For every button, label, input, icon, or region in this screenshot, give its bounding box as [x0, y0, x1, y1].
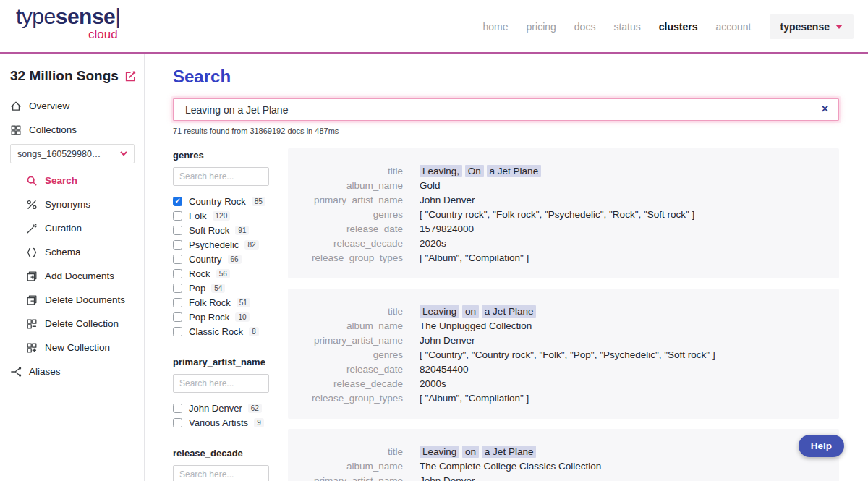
field-value: John Denver	[420, 193, 839, 208]
facet-group-primary_artist_name: primary_artist_nameJohn Denver62Various …	[173, 357, 269, 430]
sidebar-item-add-documents[interactable]: Add Documents	[26, 264, 144, 288]
facet-option[interactable]: Folk120	[173, 208, 269, 223]
sidebar-item-label: Synonyms	[45, 199, 90, 210]
facet-option[interactable]: Rock56	[173, 266, 269, 281]
sidebar-item-overview[interactable]: Overview	[10, 94, 144, 118]
checkbox-icon[interactable]	[173, 327, 182, 336]
sidebar-item-label: Overview	[29, 101, 69, 111]
facet-option-label: John Denver	[189, 403, 242, 414]
sidebar-item-label: New Collection	[45, 342, 110, 353]
field-value: 1579824000	[420, 222, 839, 237]
sidebar-item-collections[interactable]: Collections	[10, 118, 144, 142]
top-nav: homepricingdocsstatusclustersaccount typ…	[483, 0, 854, 54]
clear-search-icon[interactable]: ✕	[821, 103, 829, 114]
checkbox-icon[interactable]	[173, 197, 182, 206]
sidebar: 32 Million Songs OverviewCollections son…	[0, 54, 145, 481]
sidebar-item-curation[interactable]: Curation	[26, 216, 144, 240]
facet-search-input[interactable]	[173, 167, 269, 186]
facet-option-count: 56	[216, 269, 230, 278]
field-label: release_date	[288, 222, 420, 237]
field-label: album_name	[288, 459, 420, 474]
facet-search-input[interactable]	[173, 465, 269, 481]
checkbox-icon[interactable]	[173, 298, 182, 307]
facet-option-count: 51	[237, 298, 250, 307]
facet-option[interactable]: Soft Rock91	[173, 223, 269, 237]
highlighted-match: on	[462, 446, 479, 458]
result-card: titleLeaving on a Jet Planealbum_nameThe…	[288, 429, 839, 481]
facet-option-label: Folk	[189, 210, 207, 221]
checkbox-icon[interactable]	[173, 312, 182, 322]
facet-option[interactable]: Classic Rock8	[173, 324, 269, 339]
facet-option-label: Various Artists	[189, 417, 248, 428]
field-label: release_decade	[288, 237, 420, 251]
checkbox-icon[interactable]	[173, 255, 182, 264]
facet-option-label: Classic Rock	[189, 326, 243, 337]
highlighted-match: a Jet Plane	[482, 305, 537, 318]
result-field-row: primary_artist_nameJohn Denver	[288, 333, 839, 348]
facet-option[interactable]: Psychedelic82	[173, 237, 269, 252]
chevron-down-icon	[120, 151, 127, 156]
nav-item-pricing[interactable]: pricing	[527, 21, 556, 33]
result-field-row: titleLeaving on a Jet Plane	[288, 305, 839, 319]
collection-select-value: songs_160529980…	[17, 149, 101, 159]
facet-option-label: Folk Rock	[189, 297, 231, 308]
facet-option-label: Country	[189, 254, 222, 265]
help-button[interactable]: Help	[799, 435, 844, 457]
facet-option[interactable]: Pop Rock10	[173, 310, 269, 324]
sidebar-item-label: Schema	[45, 247, 81, 257]
result-field-row: primary_artist_nameJohn Denver	[288, 193, 839, 208]
result-field-row: release_date820454400	[288, 362, 839, 377]
nav-item-status[interactable]: status	[613, 21, 640, 33]
facet-option[interactable]: John Denver62	[173, 401, 269, 415]
facet-option-label: Pop Rock	[189, 312, 229, 323]
search-input[interactable]	[173, 98, 839, 121]
edit-icon[interactable]	[124, 70, 137, 82]
facet-option[interactable]: Country Rock85	[173, 194, 269, 208]
result-field-row: release_decade2000s	[288, 377, 839, 391]
nav-item-docs[interactable]: docs	[574, 21, 596, 33]
facet-column: genresCountry Rock85Folk120Soft Rock91Ps…	[173, 144, 269, 481]
sidebar-item-label: Delete Documents	[45, 294, 125, 305]
field-label: primary_artist_name	[288, 474, 420, 481]
checkbox-icon[interactable]	[173, 240, 182, 250]
field-value: The Complete College Classics Collection	[420, 459, 839, 474]
checkbox-icon[interactable]	[173, 226, 182, 235]
facet-option[interactable]: Folk Rock51	[173, 295, 269, 310]
facet-option-count: 120	[213, 211, 231, 221]
checkbox-icon[interactable]	[173, 404, 182, 413]
typesense-logo[interactable]: typesense| cloud	[16, 6, 121, 41]
facet-search-input[interactable]	[173, 374, 269, 393]
nav-item-home[interactable]: home	[483, 21, 509, 33]
chevron-down-icon	[835, 25, 843, 29]
highlighted-match: a Jet Plane	[487, 165, 542, 177]
nav-item-clusters[interactable]: clusters	[659, 21, 698, 33]
checkbox-icon[interactable]	[173, 284, 182, 293]
sidebar-item-new-collection[interactable]: New Collection	[26, 336, 144, 359]
sidebar-item-synonyms[interactable]: Synonyms	[26, 192, 144, 216]
sidebar-item-schema[interactable]: Schema	[26, 240, 144, 264]
page-title: Search	[173, 67, 839, 87]
checkbox-icon[interactable]	[173, 269, 182, 278]
facet-option[interactable]: Various Artists9	[173, 415, 269, 430]
sidebar-item-search[interactable]: Search	[26, 169, 144, 192]
collection-select[interactable]: songs_160529980…	[10, 144, 135, 163]
sidebar-item-aliases[interactable]: Aliases	[10, 359, 144, 383]
facet-option-count: 54	[211, 284, 225, 293]
field-label: title	[288, 445, 420, 459]
facet-option-count: 66	[228, 255, 242, 264]
field-value: 820454400	[420, 362, 839, 377]
sidebar-item-delete-collection[interactable]: Delete Collection	[26, 312, 144, 336]
facet-title: release_decade	[173, 448, 269, 459]
account-dropdown[interactable]: typesense	[770, 14, 854, 39]
facet-title: primary_artist_name	[173, 357, 269, 367]
facet-option[interactable]: Pop54	[173, 281, 269, 295]
facet-option-count: 91	[235, 226, 249, 235]
nav-item-account[interactable]: account	[715, 21, 751, 33]
checkbox-icon[interactable]	[173, 211, 182, 221]
sidebar-item-delete-documents[interactable]: Delete Documents	[26, 288, 144, 312]
field-label: primary_artist_name	[288, 333, 420, 348]
result-field-row: titleLeaving, On a Jet Plane	[288, 164, 839, 179]
checkbox-icon[interactable]	[173, 418, 182, 427]
field-value: Leaving on a Jet Plane	[420, 445, 839, 459]
facet-option[interactable]: Country66	[173, 252, 269, 266]
